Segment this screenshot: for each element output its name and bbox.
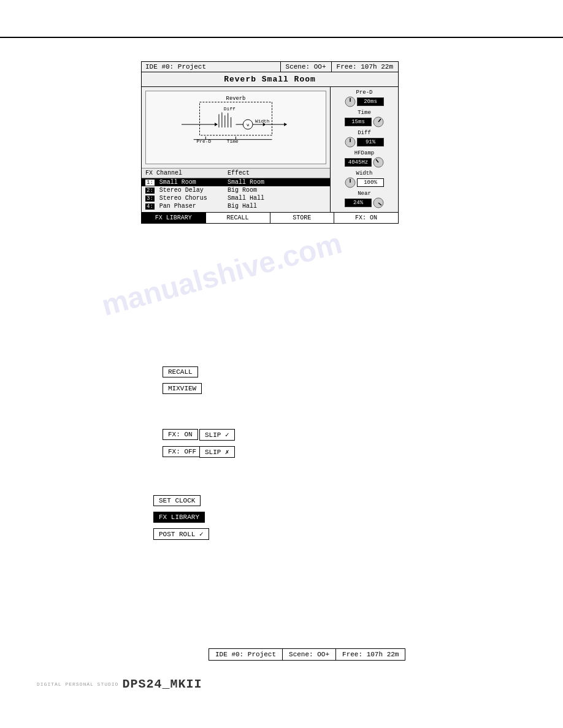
header-scene: Scene: OO+ — [281, 62, 332, 72]
fx-panel: IDE #0: Project Scene: OO+ Free: 107h 22… — [141, 61, 399, 224]
ch-effect-4: Big Hall — [228, 203, 326, 210]
param-hfdamp: HFDamp 4045Hz — [333, 150, 396, 168]
standalone-recall-button[interactable]: RECALL — [163, 366, 198, 377]
header-free: Free: 107h 22m — [332, 62, 398, 72]
channel-row-3[interactable]: 3: Stereo Chorus Small Hall — [142, 194, 330, 202]
col-effect-label: Effect — [228, 170, 326, 176]
param-time-value: 15ms — [345, 118, 372, 126]
standalone-slip-x-button[interactable]: SLIP ✗ — [199, 446, 235, 458]
svg-marker-13 — [284, 123, 287, 126]
fx-panel-header: IDE #0: Project Scene: OO+ Free: 107h 22… — [142, 62, 398, 72]
header-ide: IDE #0: Project — [142, 62, 281, 72]
svg-text:W: W — [247, 123, 249, 127]
channel-header: FX Channel Effect — [142, 168, 330, 178]
ch-name-1: Small Room — [159, 179, 196, 186]
svg-marker-9 — [215, 123, 218, 126]
svg-text:Width: Width — [255, 118, 270, 124]
standalone-set-clock-button[interactable]: SET CLOCK — [153, 495, 201, 506]
standalone-fx-on-button[interactable]: FX: ON — [163, 429, 198, 440]
store-button[interactable]: STORE — [270, 213, 335, 223]
param-time: Time 15ms — [333, 110, 396, 127]
param-diff-value: 91% — [357, 138, 384, 146]
ch-num-2: 2: — [145, 188, 155, 194]
fx-left: Reverb Diff — [142, 87, 331, 212]
param-pre-d-label: Pre-D — [356, 89, 372, 96]
svg-text:Reverb: Reverb — [226, 96, 246, 102]
fx-diagram: Reverb Diff — [145, 91, 326, 164]
ch-num-1: 1: — [145, 180, 155, 186]
col-channel-label: FX Channel — [145, 170, 228, 176]
fx-on-button[interactable]: FX: ON — [334, 213, 398, 223]
recall-button[interactable]: RECALL — [206, 213, 270, 223]
ch-name-4: Pan Phaser — [159, 203, 196, 210]
ch-effect-3: Small Hall — [228, 195, 326, 202]
param-near-value: 24% — [345, 199, 372, 207]
bottom-status-bar: IDE #0: Project Scene: OO+ Free: 107h 22… — [209, 648, 405, 661]
brand-logo-text: DPS24_MKII — [122, 677, 202, 691]
standalone-slip-check-button[interactable]: SLIP ✓ — [199, 429, 235, 441]
fx-library-button[interactable]: FX LIBRARY — [142, 213, 206, 223]
brand-small-text: DIGITAL PERSONAL STUDIO — [37, 681, 118, 687]
watermark: manualshive.com — [98, 226, 345, 322]
bottom-scene: Scene: OO+ — [283, 649, 336, 660]
standalone-mixview-button[interactable]: MIXVIEW — [163, 383, 202, 394]
param-near: Near 24% — [333, 191, 396, 208]
knob-near[interactable] — [373, 197, 384, 208]
top-rule — [0, 37, 563, 38]
brand: DIGITAL PERSONAL STUDIO DPS24_MKII — [37, 677, 202, 691]
param-hfdamp-label: HFDamp — [354, 150, 374, 156]
ch-num-3: 3: — [145, 195, 155, 202]
standalone-fx-library-button[interactable]: FX LIBRARY — [153, 512, 205, 523]
param-pre-d-value: 20ms — [357, 97, 384, 106]
ch-effect-2: Big Room — [228, 187, 326, 194]
param-hfdamp-value: 4045Hz — [345, 158, 372, 167]
param-time-label: Time — [358, 110, 371, 116]
ch-name-3: Stereo Chorus — [159, 195, 207, 202]
param-width-value: 100% — [357, 178, 384, 187]
svg-text:Time: Time — [227, 138, 239, 144]
fx-footer: FX LIBRARY RECALL STORE FX: ON — [142, 212, 398, 223]
knob-hfdamp[interactable] — [373, 157, 384, 168]
fx-title: Reverb Small Room — [142, 72, 398, 87]
channel-row-2[interactable]: 2: Stereo Delay Big Room — [142, 186, 330, 194]
knob-time[interactable] — [373, 116, 384, 127]
param-diff: Diff 91% — [333, 130, 396, 148]
param-pre-d: Pre-D 20ms — [333, 89, 396, 107]
bottom-free: Free: 107h 22m — [336, 649, 405, 660]
param-near-label: Near — [358, 191, 371, 197]
svg-text:Pre-D: Pre-D — [197, 138, 212, 144]
param-width: Width 100% — [333, 170, 396, 188]
knob-pre-d[interactable] — [345, 96, 356, 107]
channel-row-4[interactable]: 4: Pan Phaser Big Hall — [142, 202, 330, 210]
knob-diff[interactable] — [345, 137, 356, 148]
param-width-label: Width — [356, 170, 372, 176]
bottom-ide: IDE #0: Project — [209, 649, 283, 660]
ch-name-2: Stereo Delay — [159, 187, 204, 194]
standalone-fx-off-button[interactable]: FX: OFF — [163, 446, 202, 457]
fx-body: Reverb Diff — [142, 87, 398, 212]
knob-width[interactable] — [345, 177, 356, 188]
svg-text:Diff: Diff — [224, 106, 236, 112]
fx-right: Pre-D 20ms Time 15ms — [331, 87, 398, 212]
standalone-post-roll-button[interactable]: POST ROLL ✓ — [153, 528, 209, 540]
ch-effect-1: Small Room — [228, 179, 326, 186]
channel-row-1[interactable]: 1: Small Room Small Room — [142, 178, 330, 186]
ch-num-4: 4: — [145, 203, 155, 210]
param-diff-label: Diff — [358, 130, 371, 136]
